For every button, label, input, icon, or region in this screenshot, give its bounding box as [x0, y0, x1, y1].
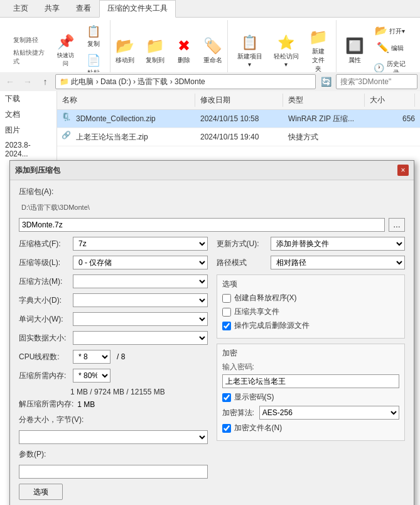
tab-share[interactable]: 共享 [36, 0, 68, 17]
col-header-size[interactable]: 大小 [365, 94, 415, 107]
cb-showpwd[interactable] [222, 393, 231, 402]
cb-shared-label[interactable]: 压缩共享文件 [234, 307, 279, 317]
search-input[interactable] [336, 74, 417, 89]
mem-select[interactable]: * 80% [73, 369, 110, 383]
sidebar-item-download[interactable]: 下载 [0, 91, 57, 107]
options-btn-row: 选项 [19, 484, 208, 500]
quick-access-btn[interactable]: 📌 快速访问 [51, 32, 80, 70]
level-select[interactable]: 0 - 仅存储 1 - 最快 5 - 标准 [73, 256, 208, 269]
encrypt-section-title: 加密 [222, 348, 400, 359]
password-input[interactable] [222, 374, 400, 388]
move-icon: 📂 [116, 37, 134, 55]
sidebar-item-pictures[interactable]: 图片 [0, 122, 57, 138]
format-select[interactable]: 7z zip tar [73, 237, 208, 251]
copy-path-btn[interactable]: 复制路径 [10, 35, 49, 46]
rename-btn[interactable]: 🏷️ 重命名 [199, 35, 227, 67]
param-input[interactable] [19, 465, 208, 479]
dialog-left: 压缩格式(F): 7z zip tar 压缩等级(L): 0 - 仅存储 1 -… [19, 237, 208, 500]
file-type-1: WinRAR ZIP 压缩... [288, 114, 370, 124]
encrypt-algo-select[interactable]: AES-256 ZipCrypto [259, 406, 399, 420]
options-btn[interactable]: 选项 [19, 484, 63, 500]
encrypt-section-box: 加密 输入密码: 显示密码(S) 加密算法: AES-256 ZipCrypto [217, 344, 406, 441]
history-icon: 🕐 [374, 63, 384, 73]
col-header-name[interactable]: 名称 [57, 94, 195, 107]
file-icon-2: 🔗 [60, 131, 72, 143]
tab-home[interactable]: 主页 [5, 0, 36, 17]
sidebar-item-archive[interactable]: 2023.8-2024... [0, 138, 57, 161]
copy-label: 复制 [87, 40, 100, 48]
cb-delete-label[interactable]: 操作完成后删除源文件 [234, 320, 310, 331]
mem-info: 1 MB / 9724 MB / 12155 MB [19, 388, 208, 396]
vol-select[interactable] [19, 430, 208, 444]
up-btn[interactable]: ↑ [38, 74, 53, 89]
easy-access-btn[interactable]: ⭐ 轻松访问▾ [269, 33, 303, 70]
cb-sfx[interactable] [222, 294, 231, 303]
properties-btn[interactable]: 🔲 属性 [342, 35, 367, 67]
cb-encryptfn-row: 加密文件名(N) [222, 423, 400, 433]
copy-to-btn[interactable]: 📁 复制到 [141, 35, 169, 67]
table-row[interactable]: 🔗 上老王论坛当老王.zip 2024/10/15 19:40 快捷方式 [57, 128, 420, 146]
rename-label: 重命名 [203, 56, 222, 65]
tab-compress-tools[interactable]: 压缩的文件夹工具 [99, 0, 176, 18]
level-row: 压缩等级(L): 0 - 仅存储 1 - 最快 5 - 标准 [19, 256, 208, 269]
easy-access-icon: ⭐ [277, 35, 294, 51]
cb-sfx-label[interactable]: 创建自释放程序(X) [234, 293, 297, 303]
col-header-date[interactable]: 修改日期 [195, 94, 283, 107]
copy-btn[interactable]: 📋 复制 [82, 23, 105, 50]
cb-encryptfn-label[interactable]: 加密文件名(N) [234, 423, 283, 433]
col-header-type[interactable]: 类型 [283, 94, 365, 107]
cb-encryptfn[interactable] [222, 424, 231, 433]
file-name-1: 3DMonte_Collection.zip [75, 114, 200, 123]
browse-btn[interactable]: … [389, 218, 405, 232]
dict-select[interactable] [73, 293, 208, 307]
open-btn[interactable]: 📂 打开▾ [372, 23, 408, 38]
cb-delete[interactable] [222, 322, 231, 330]
sidebar-item-documents[interactable]: 文档 [0, 107, 57, 122]
file-list-header: 名称 修改日期 类型 大小 [57, 91, 420, 110]
archive-path-display: D:\迅雷下载\3DMonte\ [19, 202, 405, 213]
solid-row: 固实数据大小: [19, 331, 208, 345]
new-item-btn[interactable]: 📋 新建项目▾ [233, 33, 267, 70]
copy-to-label: 复制到 [146, 56, 164, 65]
format-row: 压缩格式(F): 7z zip tar [19, 237, 208, 251]
edit-btn[interactable]: ✏️ 编辑 [374, 40, 407, 55]
close-btn[interactable]: × [397, 165, 409, 176]
update-select[interactable]: 添加并替换文件 更新并添加文件 仅更新已有文件 [271, 237, 406, 251]
new-folder-btn[interactable]: 📁 新建文件夹 [306, 26, 331, 75]
cb-sfx-row: 创建自释放程序(X) [222, 293, 400, 303]
path-select[interactable]: 相对路径 完整路径 无路径 [271, 256, 406, 269]
address-breadcrumb: 📁 此电脑 › Data (D:) › 迅雷下载 › 3DMonte [60, 77, 205, 87]
format-label: 压缩格式(F): [19, 239, 69, 249]
paste-shortcut-btn[interactable]: 粘贴快捷方式 [10, 47, 49, 67]
table-row[interactable]: 🗜️ 3DMonte_Collection.zip 2024/10/15 10:… [57, 110, 420, 128]
folder-icon: 📁 [309, 28, 328, 46]
method-row: 压缩方法(M): [19, 274, 208, 288]
new-item-label: 新建项目▾ [237, 52, 262, 68]
edit-icon: ✏️ [377, 41, 389, 53]
archive-name-input[interactable] [19, 218, 385, 232]
word-select[interactable] [73, 312, 208, 326]
new-folder-label: 新建文件夹 [310, 47, 327, 73]
cb-delete-row: 操作完成后删除源文件 [222, 320, 400, 331]
cb-shared[interactable] [222, 308, 231, 317]
back-btn[interactable]: ← [3, 74, 18, 89]
file-date-2: 2024/10/15 19:40 [200, 133, 288, 141]
param-label: 参数(P): [19, 449, 69, 460]
address-input[interactable]: 📁 此电脑 › Data (D:) › 迅雷下载 › 3DMonte [55, 74, 316, 89]
cb-showpwd-label[interactable]: 显示密码(S) [234, 392, 274, 403]
method-select[interactable] [73, 274, 208, 288]
properties-icon: 🔲 [345, 37, 364, 55]
dialog-titlebar: 添加到压缩包 × [10, 161, 414, 180]
forward-btn[interactable]: → [20, 74, 35, 89]
word-label: 单词大小(W): [19, 314, 69, 325]
rename-icon: 🏷️ [203, 37, 222, 55]
delete-btn[interactable]: ✖ 删除 [171, 35, 197, 67]
cpu-select[interactable]: * 8 [73, 350, 110, 364]
solid-select[interactable] [73, 331, 208, 345]
move-to-btn[interactable]: 📂 移动到 [111, 35, 139, 67]
cpu-total: / 8 [117, 352, 125, 361]
encrypt-algo-row: 加密算法: AES-256 ZipCrypto [222, 406, 400, 420]
refresh-btn[interactable]: 🔄 [318, 74, 333, 89]
compress-mem-row: 压缩所需内存: * 80% [19, 369, 208, 383]
tab-view[interactable]: 查看 [68, 0, 99, 17]
